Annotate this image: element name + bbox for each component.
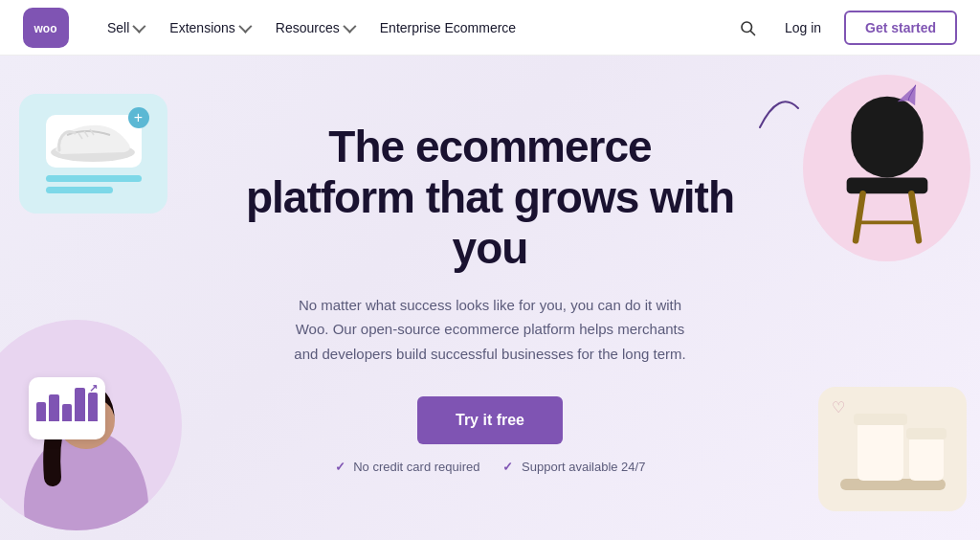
svg-line-12 [911, 193, 919, 240]
chart-bar-4 [75, 388, 84, 421]
hero-content: The ecommerce platform that grows with y… [241, 122, 739, 474]
shoe-image: + [46, 115, 142, 168]
nav-enterprise[interactable]: Enterprise Ecommerce [368, 12, 527, 43]
heart-icon: ♡ [832, 398, 845, 416]
extensions-chevron-icon [238, 19, 252, 33]
chart-bar-2 [49, 394, 58, 421]
chair-image [836, 92, 937, 245]
nav-sell-label: Sell [107, 20, 129, 35]
badge1-text: No credit card required [353, 460, 479, 474]
search-icon [739, 19, 756, 36]
svg-point-1 [742, 22, 752, 33]
svg-text:woo: woo [33, 22, 57, 35]
svg-line-2 [751, 31, 755, 34]
nav-enterprise-label: Enterprise Ecommerce [380, 20, 516, 35]
add-icon: + [128, 107, 149, 128]
login-button[interactable]: Log in [777, 14, 829, 41]
nav-links: Sell Extensions Resources Enterprise Eco… [96, 12, 733, 43]
candle-card-decoration: ♡ [818, 387, 967, 511]
chart-card: ↗ [29, 377, 105, 439]
nav-extensions[interactable]: Extensions [158, 12, 259, 43]
nav-resources-label: Resources [276, 20, 340, 35]
chart-bar-5 [88, 393, 98, 421]
nav-extensions-label: Extensions [169, 20, 234, 35]
navbar: woo Sell Extensions Resources Enterprise… [0, 0, 980, 56]
try-free-button[interactable]: Try it free [417, 396, 563, 444]
hero-badges: ✓ No credit card required ✓ Support avai… [335, 460, 646, 474]
chart-arrow-icon: ↗ [89, 382, 98, 394]
svg-rect-18 [906, 428, 947, 439]
hero-subtitle: No matter what success looks like for yo… [289, 293, 691, 367]
arc-decoration [755, 84, 803, 132]
resources-chevron-icon [343, 19, 356, 33]
hero-section: + ↗ [0, 56, 980, 540]
chart-bar-1 [36, 402, 46, 421]
no-credit-card-badge: ✓ No credit card required [335, 460, 480, 474]
support-badge: ✓ Support available 24/7 [502, 460, 645, 474]
chair-circle-decoration [803, 75, 970, 261]
logo[interactable]: woo [23, 8, 69, 48]
svg-line-11 [856, 193, 863, 240]
get-started-button[interactable]: Get started [844, 11, 957, 45]
svg-rect-15 [858, 421, 903, 481]
shoe-card-lines [46, 175, 142, 193]
search-button[interactable] [733, 13, 762, 42]
shoe-card-decoration: + [19, 94, 167, 214]
svg-rect-10 [846, 177, 927, 193]
chair-svg [835, 92, 940, 245]
badge2-text: Support available 24/7 [522, 460, 645, 474]
sell-chevron-icon [133, 19, 146, 33]
shoe-svg [48, 118, 139, 164]
woo-logo-svg: woo [30, 15, 62, 40]
nav-right: Log in Get started [733, 11, 957, 45]
chart-bar-3 [62, 404, 72, 421]
nav-sell[interactable]: Sell [96, 12, 154, 43]
shoe-line-2 [46, 187, 113, 193]
check-icon-2: ✓ [502, 460, 513, 474]
logo-icon: woo [23, 8, 69, 48]
person-circle-decoration: ↗ [0, 320, 182, 530]
candle-svg [831, 404, 955, 495]
check-icon-1: ✓ [335, 460, 345, 474]
shoe-line-1 [46, 175, 142, 182]
nav-resources[interactable]: Resources [264, 12, 365, 43]
svg-rect-16 [854, 414, 907, 425]
svg-rect-17 [909, 435, 944, 481]
hero-title: The ecommerce platform that grows with y… [241, 122, 739, 274]
